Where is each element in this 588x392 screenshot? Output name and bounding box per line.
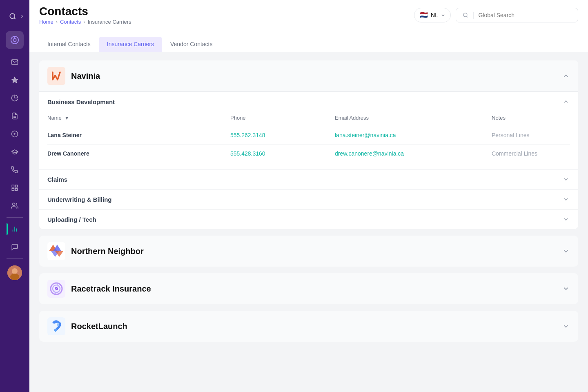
- carrier-northern-neighbor-chevron[interactable]: [562, 247, 570, 255]
- app-logo-icon[interactable]: [6, 31, 24, 49]
- carriers-content: Navinia Business Development: [29, 52, 588, 356]
- carrier-rocketlaunch-chevron[interactable]: [562, 322, 570, 330]
- top-header: Contacts Home › Contacts › Insurance Car…: [29, 0, 588, 30]
- carrier-racetrack-chevron[interactable]: [562, 285, 570, 293]
- tab-insurance-carriers[interactable]: Insurance Carriers: [99, 37, 162, 52]
- svg-rect-13: [16, 189, 18, 191]
- svg-point-14: [13, 203, 15, 205]
- rocketlaunch-logo: [47, 317, 65, 335]
- carrier-navinia-chevron[interactable]: [562, 72, 570, 80]
- chart-bar-icon[interactable]: [7, 221, 23, 237]
- subsection-claims-header[interactable]: Claims: [39, 169, 578, 189]
- phone-icon[interactable]: [7, 162, 23, 178]
- subsection-claims-chevron[interactable]: [562, 175, 570, 183]
- subsection-claims-title: Claims: [47, 176, 67, 183]
- page-title-area: Contacts Home › Contacts › Insurance Car…: [39, 5, 131, 25]
- document-icon[interactable]: [7, 108, 23, 124]
- breadcrumb-sep1: ›: [56, 19, 58, 25]
- contacts-table: Name ▼ Phone Email Address Notes Lana St…: [47, 111, 570, 163]
- col-name[interactable]: Name ▼: [47, 111, 230, 126]
- sidebar-divider-2: [7, 258, 23, 259]
- svg-point-21: [463, 13, 467, 16]
- breadcrumb-current: Insurance Carriers: [88, 19, 131, 25]
- table-row: Lana Steiner 555.262.3148 lana.steiner@n…: [47, 126, 570, 145]
- col-phone: Phone: [230, 111, 335, 126]
- subsection-uploading-title: Uploading / Tech: [47, 216, 96, 223]
- subsection-business-dev-body: Name ▼ Phone Email Address Notes Lana St…: [39, 111, 578, 169]
- global-search-input[interactable]: [478, 12, 571, 18]
- carrier-navinia: Navinia Business Development: [39, 60, 578, 229]
- table-row: Drew Canonere 555.428.3160 drew.canonere…: [47, 145, 570, 163]
- subsection-business-dev-header[interactable]: Business Development: [39, 92, 578, 111]
- star-icon[interactable]: [7, 72, 23, 88]
- svg-point-19: [12, 268, 18, 274]
- breadcrumb-home[interactable]: Home: [39, 19, 53, 25]
- svg-point-20: [10, 274, 19, 280]
- carrier-navinia-header[interactable]: Navinia: [39, 60, 578, 91]
- search-icon[interactable]: [4, 8, 21, 24]
- content-area: Internal Contacts Insurance Carriers Ven…: [29, 30, 588, 392]
- svg-rect-12: [12, 189, 14, 191]
- global-search-bar[interactable]: |: [456, 8, 578, 22]
- user-avatar[interactable]: [7, 265, 22, 280]
- contacts-icon[interactable]: [7, 198, 23, 214]
- sidebar-search-area[interactable]: [0, 5, 29, 28]
- language-selector[interactable]: 🇳🇱 NL: [414, 8, 451, 22]
- svg-rect-10: [12, 185, 14, 187]
- carrier-navinia-name: Navinia: [71, 71, 100, 81]
- contact-name: Lana Steiner: [47, 132, 82, 138]
- carrier-northern-neighbor: Northern Neighbor: [39, 236, 578, 267]
- subsection-uploading-header[interactable]: Uploading / Tech: [39, 209, 578, 229]
- chat-icon[interactable]: [7, 239, 23, 255]
- svg-line-1: [14, 18, 15, 19]
- svg-rect-11: [16, 185, 18, 187]
- contact-notes: Personal Lines: [492, 132, 530, 138]
- svg-point-3: [13, 38, 16, 41]
- contact-email[interactable]: drew.canonere@navinia.ca: [335, 150, 404, 157]
- search-divider: |: [472, 11, 474, 19]
- header-right: 🇳🇱 NL |: [414, 8, 578, 22]
- col-notes: Notes: [492, 111, 570, 126]
- tab-internal-contacts[interactable]: Internal Contacts: [39, 37, 99, 52]
- tabs-bar: Internal Contacts Insurance Carriers Ven…: [29, 30, 588, 52]
- contact-phone[interactable]: 555.262.3148: [230, 132, 265, 138]
- sidebar-divider: [7, 217, 23, 218]
- subsection-underwriting-header[interactable]: Underwriting & Billing: [39, 189, 578, 209]
- subsection-underwriting-chevron[interactable]: [562, 195, 570, 203]
- search-bar-icon: [463, 12, 468, 18]
- sidebar: [0, 0, 29, 392]
- flag-icon: 🇳🇱: [419, 11, 428, 20]
- contact-notes: Commercial Lines: [492, 150, 537, 157]
- tab-vendor-contacts[interactable]: Vendor Contacts: [162, 37, 221, 52]
- carrier-racetrack-header[interactable]: Racetrack Insurance: [39, 273, 578, 304]
- contact-email[interactable]: lana.steiner@navinia.ca: [335, 132, 396, 138]
- chart-pie-icon[interactable]: [7, 90, 23, 106]
- subsection-business-dev: Business Development Name ▼: [39, 91, 578, 169]
- carrier-rocketlaunch-header[interactable]: RocketLaunch: [39, 311, 578, 342]
- subsection-business-dev-chevron[interactable]: [562, 98, 570, 106]
- contact-phone[interactable]: 555.428.3160: [230, 150, 265, 157]
- svg-line-22: [466, 16, 467, 17]
- carrier-rocketlaunch: RocketLaunch: [39, 311, 578, 342]
- carrier-racetrack-logo-name: Racetrack Insurance: [47, 280, 151, 298]
- carrier-navinia-logo-name: Navinia: [47, 67, 100, 85]
- carrier-racetrack: Racetrack Insurance: [39, 273, 578, 304]
- contact-name: Drew Canonere: [47, 150, 89, 157]
- carrier-northern-neighbor-header[interactable]: Northern Neighbor: [39, 236, 578, 267]
- subsection-uploading-chevron[interactable]: [562, 215, 570, 223]
- breadcrumb-contacts[interactable]: Contacts: [60, 19, 81, 25]
- carrier-northern-neighbor-name: Northern Neighbor: [71, 247, 144, 256]
- col-email: Email Address: [335, 111, 492, 126]
- subsection-underwriting: Underwriting & Billing: [39, 189, 578, 209]
- mail-icon[interactable]: [7, 54, 23, 70]
- graduation-icon[interactable]: [7, 144, 23, 160]
- page-title: Contacts: [39, 5, 131, 18]
- racetrack-logo: [47, 280, 65, 298]
- subsection-underwriting-title: Underwriting & Billing: [47, 196, 112, 203]
- breadcrumb-sep2: ›: [83, 19, 85, 25]
- dollar-icon[interactable]: [7, 126, 23, 142]
- subsection-uploading: Uploading / Tech: [39, 209, 578, 229]
- carrier-rocketlaunch-name: RocketLaunch: [71, 322, 127, 331]
- svg-rect-32: [47, 317, 65, 335]
- grid-icon[interactable]: [7, 180, 23, 196]
